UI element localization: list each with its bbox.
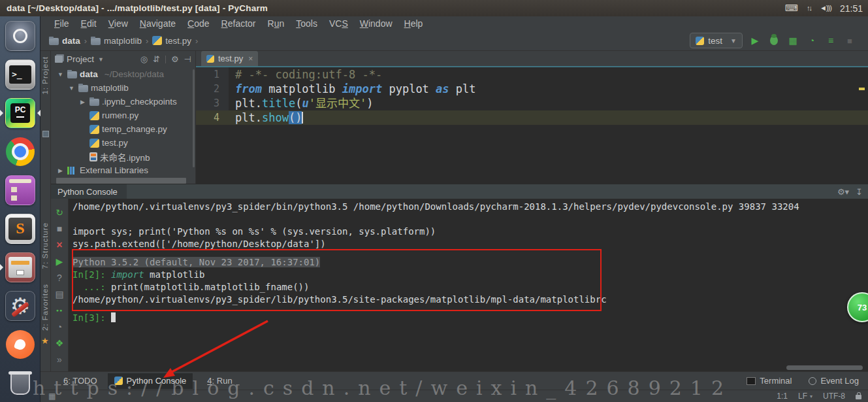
files-purple-icon[interactable] — [5, 175, 35, 205]
toolwindow-button-6-todo[interactable]: 6: TODO — [44, 373, 104, 389]
menu-edit[interactable]: Edit — [75, 18, 103, 29]
sublime-icon[interactable]: S — [5, 214, 35, 244]
close-tab-icon[interactable]: × — [248, 54, 253, 63]
tree-row-matplotlib[interactable]: ▼matplotlib — [51, 81, 195, 95]
chevron-expanded-icon[interactable]: ▼ — [67, 85, 76, 92]
pycharm-icon[interactable]: PC — [5, 98, 35, 128]
launcher-item-chrome[interactable] — [0, 132, 40, 171]
scroll-to-end-icon[interactable]: ↧ — [856, 187, 863, 197]
collapse-all-icon[interactable]: ⇵ — [153, 54, 160, 64]
launcher-item-trash[interactable] — [0, 363, 40, 402]
code-editor[interactable]: 1# -*- coding:utf-8 -*-2from matplotlib … — [196, 67, 868, 184]
chevron-expanded-icon[interactable]: ▼ — [56, 71, 65, 78]
dash-home-icon[interactable] — [5, 21, 35, 51]
chevron-collapsed-icon[interactable]: ▶ — [56, 167, 65, 174]
network-icon[interactable]: ↑↓ — [807, 0, 811, 16]
console-tab[interactable]: Python Console — [51, 184, 127, 199]
console-output[interactable]: /home/python/.virtualenvs/py3_spider/bin… — [69, 199, 868, 371]
file-cabinet-icon[interactable] — [5, 252, 35, 282]
encoding[interactable]: UTF-8 — [823, 392, 845, 401]
breadcrumb-item-test-py[interactable]: test.py — [150, 36, 193, 46]
volume-icon[interactable]: ◄))) — [820, 0, 831, 16]
tree-row-test-py[interactable]: test.py — [51, 136, 195, 150]
locate-file-icon[interactable]: ◎ — [140, 54, 148, 64]
clock[interactable]: 21:51 — [840, 3, 863, 14]
menu-refactor[interactable]: Refactor — [216, 18, 262, 29]
menu-view[interactable]: View — [103, 18, 134, 29]
code-line-4[interactable]: 4plt.show() — [196, 110, 868, 125]
launcher-item-terminal[interactable]: >_ — [0, 55, 40, 93]
launcher-item-postman[interactable] — [0, 325, 40, 363]
tree-row-External-Libraries[interactable]: ▶External Libraries — [51, 163, 195, 177]
rerun-console-icon[interactable]: ↻ — [51, 204, 68, 220]
breadcrumb-item-data[interactable]: data — [47, 36, 82, 46]
stop-icon[interactable]: ■ — [51, 220, 68, 237]
code-line-1[interactable]: 1# -*- coding:utf-8 -*- — [196, 67, 868, 82]
line-separator[interactable]: LF — [798, 392, 807, 401]
breadcrumb-item-matplotlib[interactable]: matplotlib — [89, 36, 144, 46]
launcher-item-pycharm[interactable]: PC — [0, 93, 40, 132]
menu-vcs[interactable]: VCS — [323, 18, 354, 29]
more-options-icon[interactable]: » — [51, 351, 68, 367]
execute-icon[interactable]: ▶ — [51, 253, 68, 269]
close-console-icon[interactable]: × — [51, 237, 68, 253]
gear-icon[interactable]: ⚙ — [171, 54, 179, 64]
coverage-button[interactable]: ▦ — [786, 34, 799, 47]
show-command-queue-icon[interactable]: ▤ — [51, 286, 68, 302]
debug-button[interactable] — [767, 34, 780, 47]
tree-row-data[interactable]: ▼data~/Desktop/data — [51, 67, 195, 81]
help-icon[interactable]: ? — [51, 269, 68, 286]
toolwindow-button-4-run[interactable]: 4: Run — [197, 373, 238, 389]
menu-window[interactable]: Window — [354, 18, 398, 29]
menu-run[interactable]: Run — [262, 18, 291, 29]
project-scrollbar[interactable] — [193, 69, 195, 167]
toolwindow-button-event-log[interactable]: Event Log — [802, 373, 865, 389]
launcher-item-file-cabinet[interactable] — [0, 248, 40, 286]
trash-icon[interactable] — [5, 368, 35, 398]
system-settings-icon[interactable]: ⚙ — [5, 291, 35, 321]
terminal-icon[interactable]: >_ — [5, 59, 35, 90]
hide-panel-icon[interactable]: ⊣ — [184, 54, 191, 64]
menu-file[interactable]: File — [48, 18, 75, 29]
chevron-down-icon[interactable]: ▼ — [98, 56, 104, 63]
menu-navigate[interactable]: Navigate — [134, 18, 182, 29]
menu-tools[interactable]: Tools — [290, 18, 323, 29]
tree-row--ipynb[interactable]: 未命名.ipynb — [51, 150, 195, 163]
toolwindow-toggle-icon[interactable]: ▦ — [48, 392, 56, 401]
launcher-item-dash-home[interactable] — [0, 16, 40, 55]
launcher-item-files-purple[interactable] — [0, 171, 40, 209]
launcher-item-sublime[interactable]: S — [0, 209, 40, 248]
packages-icon[interactable]: ●● — [51, 302, 68, 318]
favorites-star-icon[interactable]: ★ — [41, 336, 49, 346]
toolwindow-button-terminal[interactable]: Terminal — [740, 373, 798, 389]
code-line-3[interactable]: 3plt.title(u'显示中文') — [196, 96, 868, 110]
tree-selection-partial[interactable] — [56, 178, 186, 184]
code-line-2[interactable]: 2from matplotlib import pyplot as plt — [196, 82, 868, 96]
profiler-button[interactable]: ◔ — [805, 34, 818, 47]
tool-stripe-project[interactable]: 1: Project — [41, 56, 49, 95]
launcher-item-system-settings[interactable]: ⚙ — [0, 286, 40, 325]
keyboard-icon[interactable]: ⌨ — [785, 0, 798, 16]
lock-icon[interactable] — [856, 395, 861, 399]
tool-stripe-structure[interactable]: 7: Structure — [41, 222, 49, 269]
menu-code[interactable]: Code — [182, 18, 215, 29]
console-hscrollbar[interactable] — [71, 365, 865, 370]
postman-icon[interactable] — [5, 329, 35, 360]
run-button[interactable]: ▶ — [748, 34, 762, 47]
toolwindow-button-python-console[interactable]: Python Console — [108, 373, 193, 389]
tree-row--ipynb_checkpoints[interactable]: ▶.ipynb_checkpoints — [51, 95, 195, 109]
debug-console-icon[interactable]: ❖ — [51, 335, 68, 351]
run-config-select[interactable]: test ▼ — [690, 33, 743, 48]
console-settings-icon[interactable]: ⚙▾ — [837, 187, 849, 197]
menu-help[interactable]: Help — [398, 18, 429, 29]
scrollbar-thumb[interactable] — [786, 365, 863, 370]
chevron-collapsed-icon[interactable]: ▶ — [78, 99, 87, 105]
caret-position[interactable]: 1:1 — [777, 392, 788, 401]
tree-row-rumen-py[interactable]: rumen.py — [51, 109, 195, 122]
editor-tab-test-py[interactable]: test.py × — [201, 51, 258, 66]
chrome-icon[interactable] — [5, 137, 35, 167]
history-icon[interactable]: ◔ — [51, 318, 68, 335]
project-panel-title[interactable]: Project — [67, 54, 94, 64]
tree-row-temp_change-py[interactable]: temp_change.py — [51, 122, 195, 136]
tool-stripe-favorites[interactable]: 2: Favorites — [41, 284, 49, 331]
